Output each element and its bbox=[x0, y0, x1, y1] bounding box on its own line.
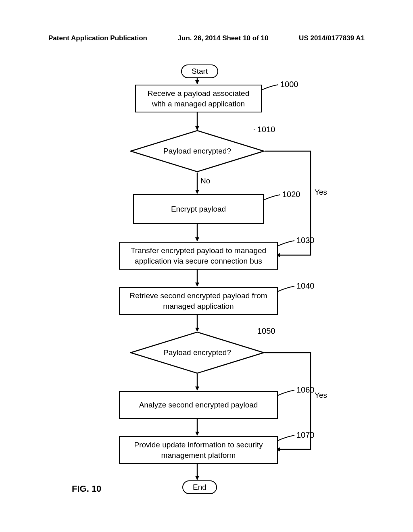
process-1020-text: Encrypt payload bbox=[171, 204, 226, 214]
ref-1020: 1020 bbox=[282, 190, 300, 199]
end-terminator: End bbox=[182, 480, 217, 494]
process-1040-line1: Retrieve second encrypted payload from bbox=[129, 291, 267, 301]
ref-1010: 1010 bbox=[257, 125, 275, 134]
process-1070-line1: Provide update information to security bbox=[134, 440, 263, 450]
decision-1050-text: Payload encrypted? bbox=[130, 348, 265, 357]
header-left: Patent Application Publication bbox=[48, 34, 147, 42]
decision-1050: Payload encrypted? bbox=[130, 331, 265, 374]
ref-1060: 1060 bbox=[296, 385, 315, 395]
process-1070-line2: management platform bbox=[161, 450, 236, 461]
header-right: US 2014/0177839 A1 bbox=[299, 34, 365, 42]
edge-yes-1010: Yes bbox=[315, 188, 327, 197]
process-1000: Receive a payload associated with a mana… bbox=[135, 85, 262, 112]
process-1020: Encrypt payload bbox=[133, 194, 264, 224]
process-1070: Provide update information to security m… bbox=[119, 436, 278, 464]
process-1030: Transfer encrypted payload to managed ap… bbox=[119, 242, 278, 270]
process-1060-text: Analyze second encrypted payload bbox=[139, 400, 258, 410]
process-1030-line1: Transfer encrypted payload to managed bbox=[131, 245, 266, 256]
ref-1040: 1040 bbox=[296, 281, 315, 291]
header-center: Jun. 26, 2014 Sheet 10 of 10 bbox=[178, 34, 269, 42]
process-1000-line1: Receive a payload associated bbox=[148, 88, 249, 99]
ref-1070: 1070 bbox=[296, 430, 315, 440]
decision-1010-text: Payload encrypted? bbox=[130, 147, 265, 156]
page-header: Patent Application Publication Jun. 26, … bbox=[48, 34, 365, 42]
process-1040-line2: managed application bbox=[163, 301, 234, 312]
process-1060: Analyze second encrypted payload bbox=[119, 391, 278, 419]
ref-1000: 1000 bbox=[280, 80, 298, 89]
edge-no-1010: No bbox=[200, 177, 210, 185]
process-1030-line2: application via secure connection bus bbox=[135, 256, 262, 266]
process-1040: Retrieve second encrypted payload from m… bbox=[119, 287, 278, 315]
ref-1030: 1030 bbox=[296, 236, 315, 245]
ref-1050: 1050 bbox=[257, 326, 275, 336]
edge-yes-1050: Yes bbox=[315, 391, 327, 400]
decision-1010: Payload encrypted? bbox=[130, 130, 265, 172]
process-1000-line2: with a managed application bbox=[152, 99, 245, 109]
figure-label: FIG. 10 bbox=[72, 484, 101, 494]
start-terminator: Start bbox=[181, 64, 218, 78]
